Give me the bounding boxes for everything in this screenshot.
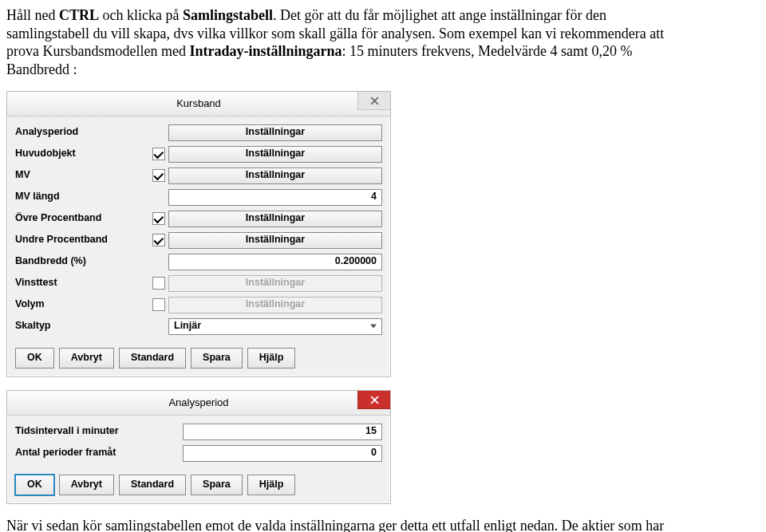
- spara-button[interactable]: Spara: [191, 348, 243, 368]
- hjalp-button[interactable]: Hjälp: [247, 475, 296, 495]
- analysperiod-settings-button[interactable]: Inställningar: [168, 124, 382, 141]
- close-button[interactable]: [357, 92, 390, 110]
- row-mv: MV Inställningar: [15, 166, 382, 185]
- standard-button[interactable]: Standard: [119, 475, 186, 495]
- bold-samlingstabell: Samlingstabell: [183, 7, 273, 23]
- text: När vi sedan kör samlingstabellen emot d…: [6, 518, 664, 532]
- row-undre: Undre Procentband Inställningar: [15, 231, 382, 250]
- avbryt-button[interactable]: Avbryt: [59, 475, 114, 495]
- titlebar[interactable]: Kursband: [7, 92, 390, 116]
- mvlangd-input[interactable]: 4: [168, 189, 382, 206]
- perioder-input[interactable]: 0: [183, 445, 382, 462]
- label-bandbredd: Bandbredd (%): [15, 255, 149, 268]
- row-volym: Volym Inställningar: [15, 295, 382, 314]
- kursband-dialog: Kursband Analysperiod Inställningar Huvu…: [6, 91, 391, 377]
- huvudobjekt-settings-button[interactable]: Inställningar: [168, 146, 382, 163]
- row-huvudobjekt: Huvudobjekt Inställningar: [15, 144, 382, 164]
- label-mv: MV: [15, 169, 149, 182]
- avbryt-button[interactable]: Avbryt: [59, 348, 114, 368]
- text: och klicka på: [99, 7, 183, 23]
- titlebar[interactable]: Analysperiod: [7, 391, 390, 416]
- bold-ctrl: CTRL: [59, 7, 99, 23]
- row-perioder: Antal perioder framåt 0: [15, 443, 382, 463]
- label-ovre: Övre Procentband: [15, 212, 149, 225]
- intro-paragraph-1: Håll ned CTRL och klicka på Samlingstabe…: [6, 6, 678, 78]
- label-volym: Volym: [15, 298, 149, 311]
- outro-paragraph: När vi sedan kör samlingstabellen emot d…: [6, 517, 678, 532]
- label-undre: Undre Procentband: [15, 234, 149, 246]
- undre-checkbox[interactable]: [152, 234, 165, 246]
- button-bar: OK Avbryt Standard Spara Hjälp: [7, 343, 390, 376]
- tidsintervall-input[interactable]: 15: [183, 424, 382, 440]
- dialog-body: Analysperiod Inställningar Huvudobjekt I…: [7, 116, 390, 343]
- row-analysperiod: Analysperiod Inställningar: [15, 123, 382, 142]
- row-tidsintervall: Tidsintervall i minuter 15: [15, 422, 382, 441]
- label-perioder: Antal perioder framåt: [15, 447, 183, 459]
- label-mvlangd: MV längd: [15, 191, 149, 203]
- volym-checkbox[interactable]: [152, 298, 165, 311]
- mv-settings-button[interactable]: Inställningar: [168, 167, 382, 184]
- chevron-down-icon: [370, 325, 377, 329]
- close-icon: [370, 97, 379, 105]
- dialog-body: Tidsintervall i minuter 15 Antal periode…: [7, 416, 390, 470]
- volym-settings-button: Inställningar: [168, 297, 382, 313]
- ok-button[interactable]: OK: [15, 475, 54, 495]
- dialog-title: Analysperiod: [168, 396, 228, 409]
- row-vinsttest: Vinsttest Inställningar: [15, 274, 382, 293]
- analysperiod-dialog: Analysperiod Tidsintervall i minuter 15 …: [6, 390, 391, 504]
- huvudobjekt-checkbox[interactable]: [152, 148, 165, 160]
- text: Håll ned: [6, 7, 59, 23]
- label-huvudobjekt: Huvudobjekt: [15, 148, 149, 160]
- row-ovre: Övre Procentband Inställningar: [15, 209, 382, 228]
- close-icon: [370, 396, 379, 404]
- mv-checkbox[interactable]: [152, 169, 165, 182]
- close-button[interactable]: [357, 391, 390, 409]
- label-vinsttest: Vinsttest: [15, 277, 149, 290]
- hjalp-button[interactable]: Hjälp: [247, 348, 296, 368]
- vinsttest-checkbox[interactable]: [152, 277, 165, 290]
- dialog-title: Kursband: [176, 97, 221, 110]
- row-bandbredd: Bandbredd (%) 0.200000: [15, 252, 382, 271]
- ovre-checkbox[interactable]: [152, 212, 165, 225]
- button-bar: OK Avbryt Standard Spara Hjälp: [7, 470, 390, 503]
- skaltyp-value: Linjär: [174, 320, 201, 333]
- label-tidsintervall: Tidsintervall i minuter: [15, 425, 183, 438]
- bandbredd-input[interactable]: 0.200000: [168, 254, 382, 270]
- standard-button[interactable]: Standard: [119, 348, 186, 368]
- label-analysperiod: Analysperiod: [15, 126, 149, 139]
- row-skaltyp: Skaltyp Linjär: [15, 317, 382, 336]
- ok-button[interactable]: OK: [15, 348, 54, 368]
- label-skaltyp: Skaltyp: [15, 320, 149, 333]
- undre-settings-button[interactable]: Inställningar: [168, 232, 382, 249]
- vinsttest-settings-button: Inställningar: [168, 275, 382, 292]
- row-mvlangd: MV längd 4: [15, 187, 382, 207]
- bold-intraday: Intraday-inställningarna: [189, 43, 342, 59]
- skaltyp-select[interactable]: Linjär: [168, 318, 382, 335]
- spara-button[interactable]: Spara: [191, 475, 243, 495]
- ovre-settings-button[interactable]: Inställningar: [168, 211, 382, 227]
